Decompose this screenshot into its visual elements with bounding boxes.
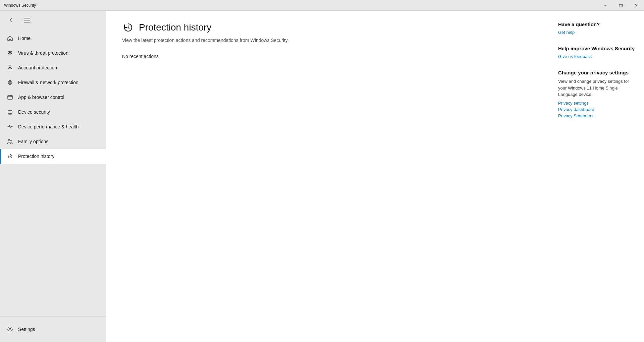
hamburger-line-2 bbox=[24, 20, 30, 20]
sidebar-item-home[interactable]: Home bbox=[0, 31, 106, 46]
sidebar-item-virus[interactable]: Virus & threat protection bbox=[0, 46, 106, 60]
device-health-icon bbox=[7, 123, 13, 130]
hamburger-line-1 bbox=[24, 18, 30, 18]
main-content: Protection history View the latest prote… bbox=[106, 11, 644, 342]
sidebar: Home Virus & threat protection bbox=[0, 11, 106, 342]
sidebar-item-device-health[interactable]: Device performance & health bbox=[0, 119, 106, 134]
privacy-settings-link[interactable]: Privacy settings bbox=[558, 101, 636, 106]
svg-rect-0 bbox=[619, 4, 622, 7]
sidebar-item-app-browser-label: App & browser control bbox=[18, 95, 64, 100]
content-area: Protection history View the latest prote… bbox=[106, 11, 550, 342]
sidebar-item-family[interactable]: Family options bbox=[0, 134, 106, 149]
sidebar-top-controls bbox=[0, 12, 106, 28]
restore-button[interactable] bbox=[613, 0, 629, 11]
back-button[interactable] bbox=[5, 15, 16, 25]
minimize-button[interactable]: − bbox=[598, 0, 613, 11]
svg-point-7 bbox=[9, 96, 9, 96]
svg-point-2 bbox=[9, 66, 11, 68]
sidebar-item-device-security[interactable]: Device security bbox=[0, 105, 106, 119]
titlebar-title: Windows Security bbox=[4, 3, 36, 8]
family-icon bbox=[7, 138, 13, 145]
page-header: Protection history bbox=[122, 21, 534, 34]
virus-icon bbox=[7, 50, 13, 56]
hamburger-button[interactable] bbox=[21, 15, 32, 25]
titlebar-controls: − ✕ bbox=[598, 0, 644, 11]
sidebar-item-settings-label: Settings bbox=[18, 327, 35, 332]
get-help-link[interactable]: Get help bbox=[558, 30, 636, 35]
sidebar-item-home-label: Home bbox=[18, 36, 31, 41]
improve-section: Help improve Windows Security Give us fe… bbox=[558, 46, 636, 59]
svg-point-9 bbox=[8, 139, 10, 141]
privacy-dashboard-link[interactable]: Privacy dashboard bbox=[558, 107, 636, 112]
sidebar-item-family-label: Family options bbox=[18, 139, 48, 144]
sidebar-item-app-browser[interactable]: App & browser control bbox=[0, 90, 106, 105]
settings-icon bbox=[7, 326, 13, 333]
sidebar-item-account-label: Account protection bbox=[18, 65, 57, 70]
sidebar-item-device-security-label: Device security bbox=[18, 109, 50, 115]
svg-point-10 bbox=[10, 140, 12, 141]
hamburger-line-3 bbox=[24, 22, 30, 22]
history-icon bbox=[7, 153, 13, 160]
page-header-icon bbox=[122, 21, 134, 34]
privacy-section: Change your privacy settings View and ch… bbox=[558, 70, 636, 118]
close-button[interactable]: ✕ bbox=[629, 0, 644, 11]
sidebar-item-history-label: Protection history bbox=[18, 154, 54, 159]
sidebar-bottom: Settings bbox=[0, 316, 106, 342]
device-security-icon bbox=[7, 109, 13, 115]
svg-rect-8 bbox=[8, 111, 12, 114]
no-actions-text: No recent actions bbox=[122, 54, 534, 59]
app-container: Home Virus & threat protection bbox=[0, 11, 644, 342]
home-icon bbox=[7, 35, 13, 42]
help-section: Have a question? Get help bbox=[558, 21, 636, 35]
sidebar-item-virus-label: Virus & threat protection bbox=[18, 50, 68, 56]
sidebar-item-device-health-label: Device performance & health bbox=[18, 124, 79, 129]
privacy-title: Change your privacy settings bbox=[558, 70, 636, 75]
page-title: Protection history bbox=[139, 22, 211, 33]
titlebar: Windows Security − ✕ bbox=[0, 0, 644, 11]
account-icon bbox=[7, 64, 13, 71]
svg-point-11 bbox=[9, 329, 11, 330]
firewall-icon bbox=[7, 79, 13, 86]
svg-point-6 bbox=[8, 96, 9, 96]
sidebar-item-account[interactable]: Account protection bbox=[0, 60, 106, 75]
improve-title: Help improve Windows Security bbox=[558, 46, 636, 51]
sidebar-item-firewall-label: Firewall & network protection bbox=[18, 80, 78, 85]
privacy-description: View and change privacy settings for you… bbox=[558, 78, 636, 98]
app-browser-icon bbox=[7, 94, 13, 101]
sidebar-item-firewall[interactable]: Firewall & network protection bbox=[0, 75, 106, 90]
sidebar-item-settings[interactable]: Settings bbox=[0, 322, 106, 337]
privacy-statement-link[interactable]: Privacy Statement bbox=[558, 113, 636, 118]
sidebar-item-history[interactable]: Protection history bbox=[0, 149, 106, 164]
nav-list: Home Virus & threat protection bbox=[0, 28, 106, 316]
svg-point-1 bbox=[10, 52, 11, 53]
right-panel: Have a question? Get help Help improve W… bbox=[550, 11, 644, 342]
page-subtitle: View the latest protection actions and r… bbox=[122, 38, 534, 43]
have-question-title: Have a question? bbox=[558, 21, 636, 27]
feedback-link[interactable]: Give us feedback bbox=[558, 54, 636, 59]
